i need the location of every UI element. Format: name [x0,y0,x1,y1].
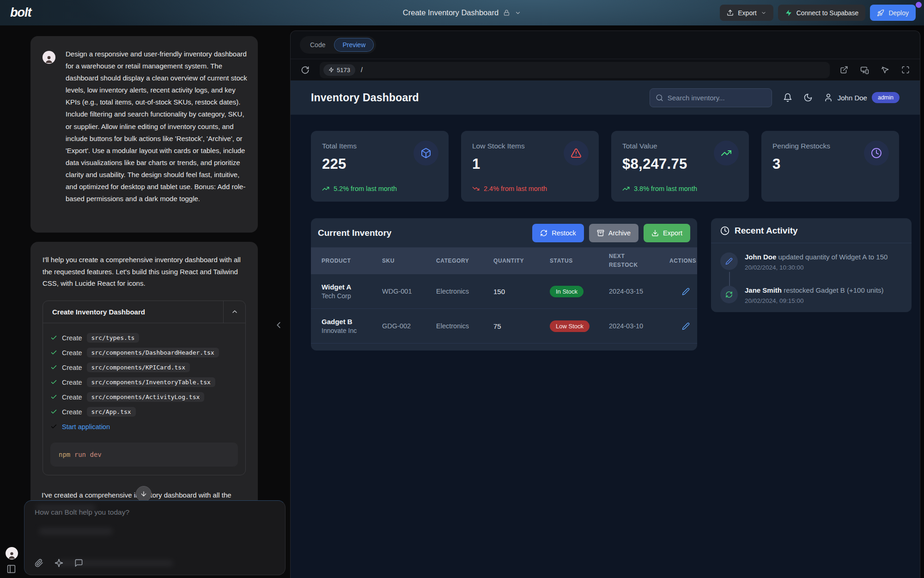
artifact-collapse-button[interactable] [223,301,245,323]
archive-label: Archive [608,229,631,237]
chat-input-box[interactable] [24,500,286,575]
start-application-link[interactable]: Start application [62,423,110,430]
activity-title: Recent Activity [735,226,798,236]
activity-timestamp: 20/02/2024, 10:30:00 [745,264,888,271]
file-path[interactable]: src/components/InventoryTable.tsx [87,377,215,387]
responsive-devices-icon[interactable] [860,66,869,74]
fullscreen-icon[interactable] [901,66,910,74]
file-action: Create [62,394,82,401]
export-label: Export [738,9,756,17]
chat-message-input[interactable] [35,508,270,545]
chevron-down-icon[interactable] [515,10,521,16]
kpi-trend-text: 5.2% from last month [334,185,397,192]
file-path[interactable]: src/components/ActivityLog.tsx [87,392,205,402]
recent-activity-panel: Recent Activity John Doe updated quantit… [711,218,912,312]
next-restock-cell: 2024-03-15 [609,288,669,295]
dashboard-header: Inventory Dashboard John Doe admin [291,80,920,115]
account-avatar[interactable] [6,547,18,560]
export-csv-button[interactable]: Export [644,224,690,242]
file-path[interactable]: src/components/KPICard.tsx [87,363,190,372]
inventory-panel-header: Current Inventory Restock Archive Export [311,218,697,247]
trending-up-icon [714,141,739,166]
upload-icon [727,9,734,16]
user-message-text: Design a responsive and user-friendly in… [66,48,248,205]
product-name: Gadget B [322,318,382,326]
scroll-to-bottom-button[interactable] [136,486,152,502]
check-icon [50,408,57,415]
sidebar-toggle-icon[interactable] [6,564,16,574]
next-restock-cell: 2024-03-10 [609,322,669,330]
command-name: npm [59,451,70,458]
trend-down-icon [472,185,480,192]
code-preview-toggle: Code Preview [300,36,376,54]
inventory-dashboard-app: Inventory Dashboard John Doe admin Total… [291,80,920,578]
search-input[interactable] [668,94,760,102]
check-icon [50,349,57,356]
kpi-card-total-items: Total Items 225 5.2% from last month [311,131,449,202]
supabase-label: Connect to Supabase [796,9,859,17]
command-args-text: run dev [74,451,102,458]
alert-triangle-icon [564,141,589,166]
attach-file-icon[interactable] [35,559,43,567]
input-toolbar [35,559,83,567]
kpi-card-pending-restocks: Pending Restocks 3 [761,131,899,202]
collapse-chat-chevron-left-icon[interactable] [274,320,284,330]
refresh-icon [720,286,738,303]
file-path[interactable]: src/App.tsx [87,407,136,417]
user-message: Design a responsive and user-friendly in… [30,36,258,233]
restock-button[interactable]: Restock [532,224,584,242]
archive-button[interactable]: Archive [589,224,638,242]
file-path[interactable]: src/components/DashboardHeader.tsx [87,348,219,357]
status-cell: In Stock [550,286,609,297]
tab-preview[interactable]: Preview [334,38,374,52]
supabase-bolt-icon [785,9,792,17]
trend-up-icon [322,185,329,192]
kpi-card-low-stock: Low Stock Items 1 2.4% from last month [461,131,599,202]
category-cell: Electronics [436,288,493,295]
status-badge: In Stock [550,286,584,297]
bell-icon[interactable] [783,93,792,102]
tab-code[interactable]: Code [302,38,333,52]
artifact-title: Create Inventory Dashboard [43,301,223,323]
user-avatar [43,51,55,64]
port-pill[interactable]: 5173 [323,64,355,76]
reload-icon[interactable] [301,66,310,74]
export-label: Export [663,229,682,237]
chat-mode-icon[interactable] [74,559,83,567]
connect-supabase-button[interactable]: Connect to Supabase [778,5,866,21]
export-button[interactable]: Export [720,5,773,21]
user-name: John Doe [838,94,867,102]
current-inventory-panel: Current Inventory Restock Archive Export [311,218,697,350]
column-header-status: STATUS [550,258,609,264]
artifact-file-list: Create src/types.ts Create src/component… [43,323,245,437]
url-input[interactable]: 5173 / [320,62,830,78]
edit-pencil-icon[interactable] [682,288,690,295]
search-icon [656,94,663,102]
start-application-row: Start application [50,419,238,434]
preview-panel: Code Preview 5173 / Inventory Dashboard [290,31,920,578]
product-cell: Gadget B Innovate Inc [322,318,382,334]
quantity-cell: 75 [493,322,550,330]
role-badge: admin [872,92,900,103]
file-row: Create src/components/DashboardHeader.ts… [50,345,238,360]
editor-tabs-row: Code Preview [291,31,920,59]
inspector-pointer-icon[interactable] [881,66,889,74]
user-menu[interactable]: John Doe admin [824,92,900,103]
column-header-category: CATEGORY [436,258,493,264]
file-row: Create src/components/InventoryTable.tsx [50,375,238,390]
file-action: Create [62,379,82,386]
open-external-icon[interactable] [840,66,848,74]
column-header-next-restock: NEXT RESTOCK [609,252,669,270]
package-icon [413,141,438,166]
enhance-prompt-icon[interactable] [55,559,63,567]
archive-icon [597,229,604,237]
download-icon [651,229,659,237]
inventory-search[interactable] [650,88,772,107]
dark-mode-moon-icon[interactable] [803,93,813,102]
check-icon [50,423,57,430]
deploy-button[interactable]: Deploy [870,5,916,21]
edit-pencil-icon[interactable] [682,322,690,330]
file-action: Create [62,364,82,371]
file-path[interactable]: src/types.ts [87,333,140,343]
activity-text: Jane Smith restocked Gadget B (+100 unit… [745,286,884,304]
